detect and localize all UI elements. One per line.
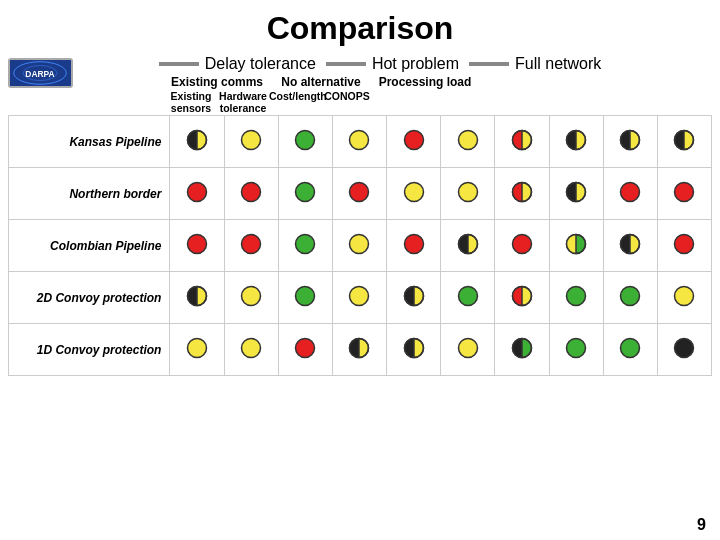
svg-point-27: [350, 182, 369, 201]
row-label: Kansas Pipeline: [9, 116, 170, 168]
subheader-hardware-tolerance: Hardware tolerance: [217, 90, 269, 114]
svg-point-53: [675, 234, 694, 253]
cell: [387, 220, 441, 272]
cell: [224, 324, 278, 376]
cell: [549, 272, 603, 324]
svg-point-57: [242, 286, 261, 305]
svg-point-24: [188, 182, 207, 201]
svg-point-37: [675, 182, 694, 201]
svg-point-79: [458, 338, 477, 357]
cell: [657, 116, 711, 168]
subheader-conops: CONOPS: [321, 90, 373, 114]
cell: [278, 220, 332, 272]
svg-point-46: [512, 234, 531, 253]
svg-text:DARPA: DARPA: [25, 69, 54, 79]
header-no-alternative: No alternative: [269, 75, 373, 89]
svg-point-28: [404, 182, 423, 201]
cell: [549, 116, 603, 168]
svg-point-72: [296, 338, 315, 357]
cell: [603, 220, 657, 272]
cell: [441, 116, 495, 168]
cell: [170, 324, 224, 376]
cell: [657, 168, 711, 220]
svg-point-9: [350, 130, 369, 149]
svg-point-67: [567, 286, 586, 305]
cell: [603, 272, 657, 324]
header-existing-comms: Existing comms: [165, 75, 269, 89]
cell: [603, 324, 657, 376]
subheader-cost-length: Cost/length: [269, 90, 321, 114]
cell: [441, 324, 495, 376]
cell: [603, 168, 657, 220]
svg-point-71: [242, 338, 261, 357]
comparison-table: Kansas Pipeline Northern b: [8, 115, 712, 376]
cell: [224, 168, 278, 220]
svg-point-7: [242, 130, 261, 149]
cell: [495, 168, 549, 220]
svg-point-29: [458, 182, 477, 201]
svg-point-83: [567, 338, 586, 357]
cell: [224, 272, 278, 324]
cell: [495, 272, 549, 324]
table-row: Colombian Pipeline: [9, 220, 712, 272]
cell: [549, 220, 603, 272]
cell: [441, 272, 495, 324]
cell: [603, 116, 657, 168]
subheader-existing-sensors: Existing sensors: [165, 90, 217, 114]
cell: [657, 220, 711, 272]
svg-point-41: [350, 234, 369, 253]
svg-point-63: [458, 286, 477, 305]
svg-point-25: [242, 182, 261, 201]
header-processing-load: Processing load: [373, 75, 477, 89]
cell: [549, 168, 603, 220]
cell: [495, 220, 549, 272]
table-row: Kansas Pipeline: [9, 116, 712, 168]
cell: [387, 168, 441, 220]
cell: [657, 324, 711, 376]
cell: [170, 220, 224, 272]
svg-point-42: [404, 234, 423, 253]
svg-point-8: [296, 130, 315, 149]
cell: [387, 272, 441, 324]
page-title: Comparison: [0, 0, 720, 53]
svg-point-10: [404, 130, 423, 149]
legend-area: Delay tolerance Hot problem Full network: [0, 55, 720, 73]
cell: [332, 324, 386, 376]
cell: [278, 116, 332, 168]
svg-point-39: [242, 234, 261, 253]
legend-hot-label: Hot problem: [372, 55, 459, 73]
cell: [278, 324, 332, 376]
table-row: Northern border: [9, 168, 712, 220]
cell: [332, 116, 386, 168]
svg-point-40: [296, 234, 315, 253]
darpa-logo: DARPA: [8, 58, 73, 88]
table-row: 1D Convoy protection: [9, 324, 712, 376]
page-number: 9: [697, 516, 706, 534]
svg-point-58: [296, 286, 315, 305]
cell: [332, 272, 386, 324]
cell: [549, 324, 603, 376]
row-label: 1D Convoy protection: [9, 324, 170, 376]
cell: [387, 116, 441, 168]
cell: [332, 168, 386, 220]
svg-point-69: [675, 286, 694, 305]
legend-hot: Hot problem: [326, 55, 459, 73]
legend-full: Full network: [469, 55, 601, 73]
col-headers-top: Existing comms No alternative Processing…: [165, 75, 720, 89]
cell: [170, 272, 224, 324]
row-label: 2D Convoy protection: [9, 272, 170, 324]
svg-point-59: [350, 286, 369, 305]
legend-delay: Delay tolerance: [159, 55, 316, 73]
cell: [224, 220, 278, 272]
svg-point-84: [621, 338, 640, 357]
svg-point-38: [188, 234, 207, 253]
cell: [170, 168, 224, 220]
cell: [278, 168, 332, 220]
col-headers-sub: Existing sensors Hardware tolerance Cost…: [165, 90, 720, 114]
cell: [332, 220, 386, 272]
row-label: Northern border: [9, 168, 170, 220]
legend-full-label: Full network: [515, 55, 601, 73]
svg-point-11: [458, 130, 477, 149]
cell: [657, 272, 711, 324]
cell: [495, 324, 549, 376]
